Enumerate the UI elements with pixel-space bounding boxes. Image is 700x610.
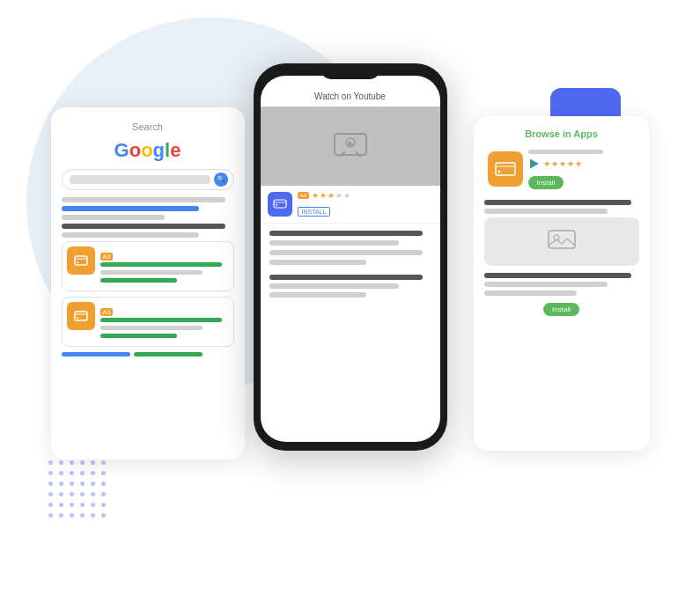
- star-2: ★: [320, 191, 327, 200]
- result-line-1: [62, 197, 225, 202]
- bottom-green-btn[interactable]: Install: [543, 303, 579, 316]
- green-btn-center: Install: [484, 303, 639, 316]
- phone-line-3: [269, 250, 424, 255]
- play-store-icon: [528, 158, 541, 170]
- youtube-label: Watch on Youtube: [261, 76, 440, 107]
- svg-rect-2: [75, 312, 87, 320]
- search-input[interactable]: [70, 175, 210, 184]
- result-line-4: [62, 232, 200, 238]
- g-yellow: o: [141, 139, 152, 162]
- phone-notch: [320, 63, 381, 79]
- phone-line-5: [269, 275, 424, 280]
- g-red2: e: [170, 139, 181, 162]
- ad-block-2: Ad: [62, 297, 234, 347]
- right-img-placeholder: [484, 217, 639, 266]
- right-line-1: [484, 200, 631, 205]
- star-1: ★: [312, 191, 319, 200]
- google-logo: G o o g l e: [62, 139, 234, 162]
- ad-line-3: [100, 278, 178, 283]
- right-line-4: [484, 282, 608, 287]
- g-blue: G: [114, 139, 129, 162]
- ad2-line-1: [100, 318, 223, 322]
- phone-line-6: [269, 283, 399, 289]
- bottom-link-1: [62, 352, 130, 356]
- r-star-1: ★: [543, 159, 550, 168]
- svg-rect-0: [75, 256, 87, 265]
- right-line-2: [484, 209, 608, 214]
- phone-app-row: Ad ★ ★ ★ ★ ★ INSTALL: [261, 186, 440, 224]
- ad-content-1: Ad: [100, 246, 229, 286]
- browse-apps-label: Browse in Apps: [484, 129, 639, 139]
- app-info: ★ ★ ★ ★ ★ Install: [528, 150, 636, 189]
- star-4: ★: [335, 191, 343, 200]
- ad2-line-3: [100, 334, 178, 338]
- svg-point-7: [276, 204, 277, 206]
- phone: Watch on Youtube: [254, 63, 447, 451]
- phone-stars: ★ ★ ★ ★ ★: [312, 191, 350, 200]
- star-5: ★: [343, 191, 350, 200]
- phone-screen: Watch on Youtube: [261, 76, 440, 442]
- ad-content-2: Ad: [100, 302, 229, 342]
- phone-line-7: [269, 292, 366, 298]
- ad2-line-2: [100, 326, 203, 330]
- app-name-line: [528, 150, 603, 154]
- ad-line-2: [100, 270, 203, 275]
- g-blue2: g: [153, 139, 165, 162]
- ad-block-1: Ad: [62, 241, 234, 291]
- install-button[interactable]: INSTALL: [298, 207, 331, 217]
- ad-tag-2: Ad: [100, 308, 114, 316]
- svg-point-3: [77, 317, 78, 319]
- phone-wrapper: Watch on Youtube: [254, 63, 447, 451]
- scene: Search G o o g l e 🔍: [0, 0, 700, 610]
- ad-image-2: [67, 302, 95, 330]
- r-star-3: ★: [559, 159, 566, 168]
- video-thumbnail: [261, 107, 440, 186]
- r-star-2: ★: [551, 159, 558, 168]
- svg-rect-8: [496, 163, 515, 175]
- phone-content-lines: [261, 224, 440, 308]
- right-line-5: [484, 290, 578, 296]
- phone-line-1: [269, 231, 424, 236]
- cards-container: Search G o o g l e 🔍: [51, 63, 650, 548]
- right-line-3: [484, 273, 631, 278]
- right-stars: ★ ★ ★ ★ ★: [543, 159, 582, 168]
- r-star-4: ★: [567, 159, 574, 168]
- svg-rect-10: [549, 231, 575, 248]
- bottom-link-2: [134, 352, 203, 356]
- phone-line-4: [269, 260, 366, 265]
- svg-point-1: [77, 261, 78, 263]
- browse-apps-card: Browse in Apps: [474, 116, 650, 451]
- result-line-2: [62, 215, 166, 220]
- star-3: ★: [328, 191, 335, 200]
- right-green-btn[interactable]: Install: [528, 176, 564, 189]
- ad-line-1: [100, 262, 223, 267]
- app-icon-lg: [488, 151, 523, 187]
- phone-app-icon: [268, 192, 292, 217]
- phone-app-content: Ad ★ ★ ★ ★ ★ INSTALL: [298, 191, 433, 217]
- ad-image-1: [67, 246, 95, 275]
- phone-line-2: [269, 240, 399, 246]
- svg-point-9: [497, 171, 500, 173]
- browse-app-row: ★ ★ ★ ★ ★ Install: [484, 146, 639, 193]
- google-search-bar[interactable]: 🔍: [62, 169, 234, 190]
- ad-tag-1: Ad: [100, 253, 114, 261]
- g-red: o: [129, 139, 141, 162]
- search-card: Search G o o g l e 🔍: [51, 107, 245, 459]
- r-star-5: ★: [575, 159, 582, 168]
- phone-ad-tag: Ad: [298, 192, 309, 199]
- svg-rect-6: [274, 200, 286, 208]
- search-card-label: Search: [62, 121, 234, 132]
- result-line-3: [62, 224, 225, 229]
- result-line-blue-1: [62, 206, 200, 211]
- search-icon[interactable]: 🔍: [214, 173, 228, 187]
